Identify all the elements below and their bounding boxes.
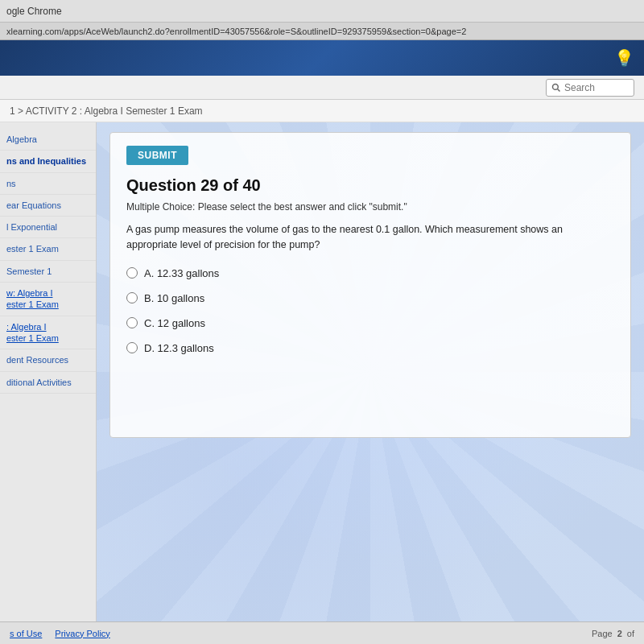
sidebar-item-ns[interactable]: ns: [0, 173, 96, 195]
sidebar-item-linear-equations[interactable]: ear Equations: [0, 195, 96, 217]
submit-button[interactable]: SUBMIT: [126, 146, 188, 165]
svg-line-1: [558, 89, 560, 91]
answer-option-a[interactable]: A. 12.33 gallons: [126, 267, 614, 279]
search-box[interactable]: [546, 79, 634, 97]
browser-title-bar: ogle Chrome: [0, 0, 644, 23]
breadcrumb-text: 1 > ACTIVITY 2 : Algebra I Semester 1 Ex…: [10, 105, 203, 117]
svg-point-0: [553, 84, 559, 89]
radio-d[interactable]: [126, 342, 138, 353]
search-input[interactable]: [564, 82, 629, 93]
privacy-link[interactable]: Privacy Policy: [55, 629, 109, 638]
browser-title-text: ogle Chrome: [6, 6, 62, 17]
content-area: SUBMIT Question 29 of 40 Multiple Choice…: [97, 122, 644, 621]
question-text: A gas pump measures the volume of gas to…: [126, 222, 614, 253]
answer-label-b: B. 10 gallons: [144, 292, 204, 304]
page-number: 2: [617, 629, 622, 638]
sidebar-item-student-resources[interactable]: dent Resources: [0, 349, 96, 371]
sidebar-item-algebra1-exam[interactable]: : Algebra I ester 1 Exam: [0, 316, 96, 350]
header-logo: 💡: [614, 48, 634, 68]
sidebar-item-algebra[interactable]: Algebra: [0, 129, 96, 151]
answer-label-c: C. 12 gallons: [144, 317, 205, 329]
radio-b[interactable]: [126, 292, 138, 303]
answer-option-d[interactable]: D. 12.3 gallons: [126, 342, 614, 354]
sidebar-item-semester1[interactable]: Semester 1: [0, 261, 96, 283]
sidebar-item-semester1-exam[interactable]: ester 1 Exam: [0, 238, 96, 260]
question-title: Question 29 of 40: [126, 176, 614, 195]
of-label: of: [627, 629, 634, 638]
sidebar-item-inequalities[interactable]: ns and Inequalities: [0, 151, 96, 172]
header-banner: 💡: [0, 40, 644, 76]
page-label: Page: [592, 629, 613, 638]
sidebar-item-review-algebra1[interactable]: w: Algebra I ester 1 Exam: [0, 283, 96, 316]
pagination: Page 2 of: [592, 629, 634, 638]
sidebar-item-exponential[interactable]: l Exponential: [0, 217, 96, 238]
address-bar[interactable]: xlearning.com/apps/AceWeb/launch2.do?enr…: [0, 23, 644, 40]
sidebar: Algebra ns and Inequalities ns ear Equat…: [0, 122, 97, 621]
sidebar-item-additional-activities[interactable]: ditional Activities: [0, 372, 96, 394]
main-layout: Algebra ns and Inequalities ns ear Equat…: [0, 122, 644, 621]
breadcrumb: 1 > ACTIVITY 2 : Algebra I Semester 1 Ex…: [0, 100, 644, 122]
answer-label-d: D. 12.3 gallons: [144, 342, 214, 354]
terms-link[interactable]: s of Use: [10, 629, 42, 638]
question-instruction: Multiple Choice: Please select the best …: [126, 201, 614, 213]
search-icon: [551, 83, 561, 93]
radio-c[interactable]: [126, 317, 138, 328]
answer-option-b[interactable]: B. 10 gallons: [126, 292, 614, 304]
logo-icon: 💡: [614, 49, 634, 67]
search-row: [0, 76, 644, 100]
url-text: xlearning.com/apps/AceWeb/launch2.do?enr…: [6, 27, 466, 36]
footer-bar: s of Use Privacy Policy Page 2 of: [0, 621, 644, 644]
answer-option-c[interactable]: C. 12 gallons: [126, 317, 614, 329]
question-panel: SUBMIT Question 29 of 40 Multiple Choice…: [109, 132, 631, 438]
radio-a[interactable]: [126, 267, 138, 279]
answer-label-a: A. 12.33 gallons: [144, 267, 219, 279]
